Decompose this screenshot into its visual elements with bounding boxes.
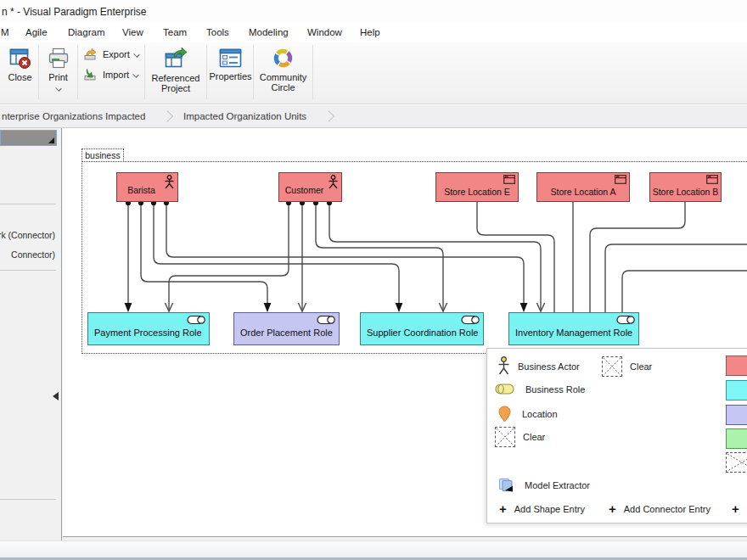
add-shape-entry-button[interactable]: + Add Shape Entry: [499, 501, 585, 516]
organization-unit-icon: [615, 175, 626, 184]
location-pin-icon: [498, 406, 511, 423]
toolbar-separator: [253, 45, 254, 99]
community-circle-label-2: Circle: [271, 82, 295, 92]
business-role-icon: [317, 315, 336, 325]
add-shape-entry-label: Add Shape Entry: [514, 504, 585, 514]
toolbar-ribbon: Close Print Export: [0, 42, 747, 104]
palette-divider: [0, 499, 56, 500]
palette-collapse-arrow-icon[interactable]: [53, 392, 59, 400]
palette-divider: [0, 204, 56, 204]
properties-button[interactable]: Properties: [208, 48, 253, 81]
toolbar-separator: [38, 45, 39, 99]
shape-store-location-a[interactable]: Store Location A: [536, 172, 630, 202]
export-dropdown-chevron-icon[interactable]: [133, 51, 139, 57]
palette-selected-tool[interactable]: [0, 130, 57, 146]
shape-label: Barista: [127, 180, 167, 195]
business-actor-icon: [164, 175, 175, 189]
shape-supplier-coordination-role[interactable]: Supplier Coordination Role: [360, 312, 484, 345]
shape-inventory-management-role[interactable]: Inventory Management Role: [508, 312, 639, 345]
close-label: Close: [8, 72, 31, 82]
title-bar: n * - Visual Paradigm Enterprise: [0, 0, 747, 23]
print-button[interactable]: Print: [40, 48, 76, 91]
legend-clear-connector[interactable]: Clear: [602, 356, 652, 377]
shape-order-placement-role[interactable]: Order Placement Role: [233, 312, 340, 345]
import-button[interactable]: Import: [84, 69, 138, 81]
menu-item-diagram[interactable]: Diagram: [68, 27, 104, 37]
menu-item-help[interactable]: Help: [360, 27, 380, 37]
community-circle-icon: [272, 47, 295, 70]
import-icon: [84, 69, 98, 81]
palette-item-connector-2[interactable]: Connector): [0, 249, 55, 260]
visual-paradigm-window: n * - Visual Paradigm Enterprise M Agile…: [0, 0, 747, 560]
legend-label: Location: [522, 409, 558, 419]
add-connector-entry-button[interactable]: + Add Connector Entry: [609, 501, 710, 516]
shape-store-location-e[interactable]: Store Location E: [435, 172, 519, 202]
color-swatch-lavender[interactable]: [726, 405, 747, 425]
menu-item-team[interactable]: Team: [163, 27, 187, 37]
menu-item-window[interactable]: Window: [307, 27, 342, 37]
referenced-project-button[interactable]: Referenced Project: [146, 47, 205, 93]
toolbar-separator: [206, 45, 207, 99]
toolbar-separator: [312, 45, 313, 99]
model-extractor-icon: [498, 478, 516, 492]
menu-item-tools[interactable]: Tools: [206, 27, 229, 37]
legend-label: Clear: [523, 432, 545, 442]
legend-popup: Business Actor Business Role Location: [486, 348, 747, 524]
legend-clear-shape[interactable]: Clear: [495, 427, 545, 447]
shape-label: Store Location E: [444, 178, 510, 197]
palette-item-connector-1[interactable]: ork (Connector): [0, 230, 55, 240]
community-circle-button[interactable]: Community Circle: [255, 47, 312, 92]
legend-business-actor[interactable]: Business Actor: [497, 356, 580, 376]
palette-more-triangle-icon: [48, 137, 54, 143]
breadcrumb-chevron-icon: [161, 110, 173, 122]
legend-location[interactable]: Location: [498, 406, 558, 423]
menu-item-agile[interactable]: Agile: [25, 27, 48, 37]
clear-icon: [495, 427, 515, 447]
legend-label: Business Role: [525, 384, 585, 395]
organization-unit-icon: [503, 175, 515, 184]
add-entry-button-cutoff[interactable]: +: [732, 501, 739, 516]
plus-icon: +: [609, 501, 616, 516]
breadcrumb-item-parent[interactable]: nterprise Organizations Impacted: [2, 111, 145, 121]
shape-store-location-b[interactable]: Store Location B: [649, 172, 722, 202]
palette-divider: [0, 270, 56, 271]
referenced-project-label-2: Project: [161, 83, 190, 93]
business-role-icon: [616, 315, 636, 325]
import-label: Import: [103, 70, 129, 80]
import-dropdown-chevron-icon[interactable]: [132, 71, 138, 77]
main-area: ork (Connector) Connector) business: [0, 128, 747, 540]
business-role-icon: [187, 315, 206, 325]
print-dropdown-chevron-icon[interactable]: [55, 85, 61, 91]
toolbar-separator: [144, 45, 145, 99]
properties-label: Properties: [209, 71, 251, 81]
menu-item-view[interactable]: View: [122, 27, 143, 37]
menu-item-fragment[interactable]: M: [1, 27, 9, 37]
status-bar: [0, 540, 747, 560]
referenced-project-icon: [163, 47, 188, 70]
shape-label: Store Location A: [550, 178, 615, 197]
legend-label: Business Actor: [518, 361, 580, 372]
diagram-canvas[interactable]: business: [63, 128, 747, 537]
color-swatch-red[interactable]: [726, 356, 747, 376]
shape-payment-processing-role[interactable]: Payment Processing Role: [87, 312, 210, 345]
close-button[interactable]: Close: [2, 48, 38, 82]
menu-item-modeling[interactable]: Modeling: [249, 27, 289, 37]
shape-business-actor-barista[interactable]: Barista: [116, 172, 178, 202]
plus-icon: +: [499, 501, 507, 516]
print-label: Print: [48, 72, 68, 82]
business-actor-icon: [497, 356, 510, 376]
color-swatch-green[interactable]: [726, 428, 747, 449]
business-role-icon: [495, 383, 516, 395]
color-swatch-clear[interactable]: [726, 452, 747, 473]
breadcrumb-item-current[interactable]: Impacted Organization Units: [183, 111, 306, 121]
toolbar-separator: [77, 45, 78, 99]
shape-business-actor-customer[interactable]: Customer: [278, 172, 342, 202]
legend-business-role[interactable]: Business Role: [495, 383, 585, 395]
menu-bar: M Agile Diagram View Team Tools Modeling…: [0, 23, 747, 42]
plus-icon: +: [732, 501, 739, 516]
color-swatch-cyan[interactable]: [726, 380, 747, 400]
window-title: n * - Visual Paradigm Enterprise: [2, 6, 147, 18]
export-label: Export: [103, 49, 130, 59]
model-extractor-item[interactable]: Model Extractor: [498, 478, 590, 492]
export-button[interactable]: Export: [84, 48, 139, 60]
